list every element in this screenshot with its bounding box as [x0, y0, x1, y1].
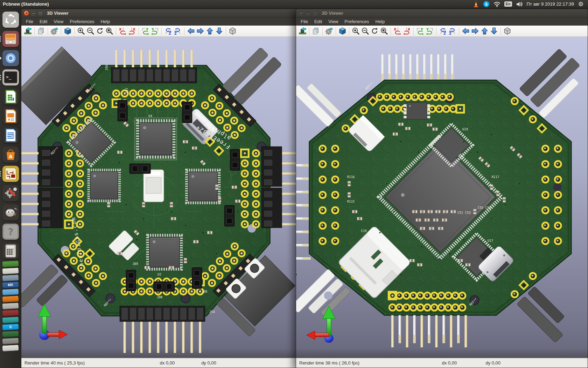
dock-item-unknown-app[interactable]: ?	[2, 224, 19, 240]
move-left-button[interactable]	[186, 26, 196, 36]
dock-collapsed-stack[interactable]: MX S	[1, 261, 20, 368]
menu-preferences[interactable]: Preferences	[66, 18, 97, 25]
minimize-button[interactable]: –	[306, 11, 311, 16]
copy-image-button[interactable]	[311, 26, 321, 36]
dock-item-kicad-eeschema[interactable]	[2, 166, 19, 182]
reload-board-button[interactable]	[23, 26, 33, 36]
dock-item-libreoffice-impress[interactable]	[2, 108, 19, 124]
move-up-icon	[206, 27, 214, 35]
ortho-projection-button[interactable]	[228, 26, 237, 36]
render-view-button[interactable]	[338, 26, 347, 36]
rotate-y-cw-icon	[141, 27, 149, 35]
viewport-3d-front[interactable]: FreeEEG32+ alpha1.5 neuroidss.com J56 J5…	[21, 37, 298, 358]
3d-viewer-window-back: × – □ 3D Viewer File Edit View Preferenc…	[296, 9, 588, 368]
rotate-z-cw-button[interactable]	[438, 26, 448, 36]
3d-viewer-window-front: × – □ 3D Viewer File Edit View Preferenc…	[21, 9, 299, 368]
menu-preferences[interactable]: Preferences	[341, 18, 372, 25]
clock[interactable]: Пт авг 9 2019 22:17:39	[527, 1, 574, 7]
rotate-z-ccw-button[interactable]	[173, 26, 182, 36]
volume-icon[interactable]	[516, 1, 523, 7]
zoom-out-button[interactable]	[360, 26, 370, 36]
zoom-fit-button[interactable]	[105, 26, 114, 36]
move-down-button[interactable]	[215, 26, 224, 36]
minimize-button[interactable]: –	[31, 11, 36, 16]
reload-board-button[interactable]	[298, 26, 307, 36]
menu-edit[interactable]: Edit	[311, 18, 325, 25]
dock-item-chromium[interactable]	[2, 50, 19, 66]
vlc-icon[interactable]	[473, 1, 479, 7]
axis-gizmo	[38, 304, 68, 340]
redraw-button[interactable]	[370, 26, 379, 36]
ref-label: J56	[105, 65, 108, 70]
rotate-z-cw-button[interactable]	[163, 26, 173, 36]
dock-item-system-settings[interactable]	[2, 185, 19, 201]
rotate-y-cw-button[interactable]	[415, 26, 425, 36]
menu-file[interactable]: File	[23, 18, 36, 25]
viewport-3d-back[interactable]: R116 R115 C19 R117 C51 C53 C55 C56 U7 U1…	[296, 37, 588, 358]
rotate-x-cw-button[interactable]	[393, 26, 402, 36]
rotate-x-ccw-icon	[128, 27, 136, 35]
ref-label: C51 C53	[457, 211, 471, 214]
ref-label: J89	[132, 262, 138, 266]
zoom-out-button[interactable]	[86, 26, 95, 36]
move-right-button[interactable]	[470, 26, 480, 36]
window-title: 3D Viewer	[47, 11, 69, 16]
copy-image-button[interactable]	[36, 26, 46, 36]
maximize-button[interactable]: □	[313, 11, 318, 16]
menu-view[interactable]: View	[50, 18, 66, 25]
move-up-button[interactable]	[205, 26, 215, 36]
dock-item-libreoffice-writer[interactable]	[2, 127, 19, 143]
render-options-button[interactable]	[50, 26, 59, 36]
ref-label: R117	[492, 175, 499, 179]
session-gear-icon[interactable]	[578, 1, 584, 7]
menu-help[interactable]: Help	[372, 18, 388, 25]
menu-edit[interactable]: Edit	[36, 18, 50, 25]
rotate-y-ccw-button[interactable]	[150, 26, 160, 36]
render-view-button[interactable]	[63, 26, 72, 36]
maximize-button[interactable]: □	[38, 11, 43, 16]
skype-icon[interactable]: S	[483, 1, 490, 7]
zoom-in-button[interactable]	[76, 26, 86, 36]
move-left-button[interactable]	[461, 26, 470, 36]
rotate-z-ccw-button[interactable]	[448, 26, 457, 36]
render-options-button[interactable]	[324, 26, 334, 36]
dock-item-gimp[interactable]	[2, 204, 19, 220]
dock-item-calculator[interactable]	[2, 243, 19, 259]
redraw-button[interactable]	[95, 26, 105, 36]
titlebar[interactable]: × – □ 3D Viewer	[21, 9, 298, 18]
dy-readout: dy 0,00	[201, 360, 216, 366]
rotate-z-cw-icon	[164, 27, 172, 35]
zoom-fit-button[interactable]	[379, 26, 389, 36]
rotate-x-ccw-button[interactable]	[402, 26, 412, 36]
keyboard-layout-indicator[interactable]: En	[504, 1, 512, 7]
move-down-button[interactable]	[489, 26, 499, 36]
rotate-y-cw-button[interactable]	[141, 26, 150, 36]
ref-label: C19	[361, 229, 367, 233]
dock-item-libreoffice-calc[interactable]	[2, 89, 19, 105]
zoom-in-button[interactable]	[351, 26, 360, 36]
ref-label: J54	[209, 310, 215, 314]
dock-item-terminal[interactable]: >_	[2, 69, 19, 86]
toolbar	[21, 26, 298, 37]
move-right-button[interactable]	[196, 26, 205, 36]
ref-label: U2	[158, 273, 161, 276]
ortho-projection-button[interactable]	[503, 26, 512, 36]
menu-file[interactable]: File	[298, 18, 311, 25]
move-up-icon	[481, 27, 489, 35]
menu-help[interactable]: Help	[97, 18, 113, 25]
dock-item-file-manager[interactable]	[2, 31, 19, 47]
rotate-x-cw-button[interactable]	[118, 26, 127, 36]
dock-item-software-center[interactable]: A	[2, 146, 19, 163]
titlebar[interactable]: × – □ 3D Viewer	[296, 9, 588, 18]
wifi-icon[interactable]	[493, 1, 500, 7]
close-button[interactable]: ×	[24, 11, 29, 16]
close-button[interactable]: ×	[299, 11, 304, 16]
ref-label: J88	[157, 295, 162, 299]
dock-item-ubuntu-dash[interactable]	[2, 12, 19, 28]
svg-text:?: ?	[8, 227, 13, 237]
corner-pins-top-left	[296, 77, 342, 127]
rotate-x-ccw-button[interactable]	[127, 26, 137, 36]
move-up-button[interactable]	[480, 26, 489, 36]
rotate-y-ccw-button[interactable]	[425, 26, 434, 36]
menu-view[interactable]: View	[325, 18, 341, 25]
